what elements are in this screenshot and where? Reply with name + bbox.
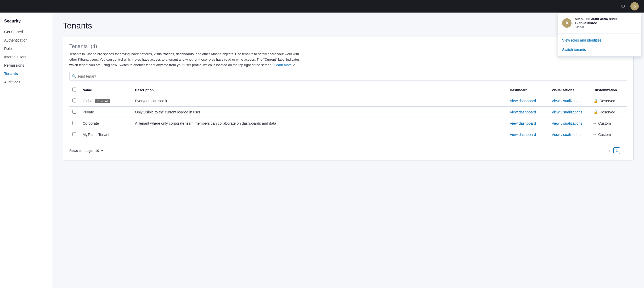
row-name: Corporate <box>83 121 99 125</box>
row-name: Global <box>83 99 93 103</box>
view-dashboard-link[interactable]: View dashboard <box>510 99 536 103</box>
lock-icon: 🔒 <box>594 110 598 114</box>
page-title: Tenants <box>63 21 634 31</box>
customization-type: Reserved <box>600 99 615 103</box>
row-checkbox[interactable] <box>72 99 76 102</box>
row-dashboard-cell: View dashboard <box>507 107 549 118</box>
external-link-icon: ↗ <box>293 64 295 67</box>
prev-page-button[interactable]: ‹ <box>607 147 612 154</box>
row-visualizations-cell: View visualizations <box>549 129 590 140</box>
sidebar-item-audit-logs[interactable]: Audit logs <box>0 78 52 86</box>
topnav: ⚙ b b b0cb9865-a600-4cd4-88d9-125b3e1f6a… <box>0 0 644 13</box>
pagination: Rows per page: 10 ▾ ‹ 1 › <box>69 144 627 154</box>
rows-chevron-icon: ▾ <box>101 149 103 153</box>
view-visualizations-link[interactable]: View visualizations <box>552 110 582 114</box>
customization-type: Reserved <box>600 110 615 114</box>
main-content: Tenants Tenants (4) Tenants in Kibana ar… <box>52 13 644 288</box>
view-dashboard-link[interactable]: View dashboard <box>510 121 536 125</box>
dropdown-links: View roles and identities Switch tenants <box>558 33 641 56</box>
sidebar-item-roles[interactable]: Roles <box>0 44 52 53</box>
table-head: Name Description Dashboard Visualization… <box>69 85 627 95</box>
row-customization-cell: ✏ Custom <box>590 129 627 140</box>
dropdown-avatar-label: b <box>566 21 568 25</box>
view-roles-link[interactable]: View roles and identities <box>558 36 641 45</box>
rows-per-page[interactable]: Rows per page: 10 ▾ <box>69 149 103 153</box>
customization-value: ✏ Custom <box>594 121 624 125</box>
row-name-cell: Corporate <box>80 118 132 129</box>
row-check-cell <box>69 95 80 107</box>
sidebar-item-internal-users[interactable]: Internal users <box>0 53 52 61</box>
card-count: (4) <box>91 43 97 49</box>
select-all-checkbox[interactable] <box>72 88 76 91</box>
header-name: Name <box>80 85 132 95</box>
customization-type: Custom <box>598 133 611 137</box>
search-input[interactable] <box>69 72 627 81</box>
row-customization-cell: ✏ Custom <box>590 118 627 129</box>
row-description: A Tenant where only corporate team membe… <box>135 121 276 125</box>
row-customization-cell: 🔒 Reserved <box>590 95 627 107</box>
layout: Security Get Started Authentication Role… <box>0 13 644 288</box>
row-check-cell <box>69 129 80 140</box>
customization-value: ✏ Custom <box>594 133 624 137</box>
view-dashboard-link[interactable]: View dashboard <box>510 110 536 114</box>
user-dropdown: b b0cb9865-a600-4cd4-88d9-125b3e1f6a22 G… <box>558 13 641 57</box>
rows-per-page-label: Rows per page: <box>69 149 93 153</box>
row-description: Only visible to the current logged in us… <box>135 110 200 114</box>
row-dashboard-cell: View dashboard <box>507 95 549 107</box>
row-name-cell: MyTeamsTenant <box>80 129 132 140</box>
tenants-card: Tenants (4) Tenants in Kibana are spaces… <box>63 37 634 160</box>
table-row: Private Only visible to the current logg… <box>69 107 627 118</box>
user-id: b0cb9865-a600-4cd4-88d9-125b3e1f6a22 <box>575 17 637 25</box>
header-visualizations: Visualizations <box>549 85 590 95</box>
switch-tenants-link[interactable]: Switch tenants <box>558 45 641 54</box>
row-customization-cell: 🔒 Reserved <box>590 107 627 118</box>
row-name: MyTeamsTenant <box>83 133 109 137</box>
row-dashboard-cell: View dashboard <box>507 118 549 129</box>
row-visualizations-cell: View visualizations <box>549 118 590 129</box>
page-1-button[interactable]: 1 <box>613 147 620 154</box>
tenants-table: Name Description Dashboard Visualization… <box>69 85 627 140</box>
user-dropdown-header: b b0cb9865-a600-4cd4-88d9-125b3e1f6a22 G… <box>558 13 641 33</box>
customization-value: 🔒 Reserved <box>594 110 624 114</box>
table-header-row: Name Description Dashboard Visualization… <box>69 85 627 95</box>
card-description-text: Tenants in Kibana are spaces for saving … <box>69 52 300 67</box>
pencil-icon: ✏ <box>594 121 597 125</box>
card-header: Tenants (4) Tenants in Kibana are spaces… <box>69 43 627 68</box>
lock-icon: 🔒 <box>594 99 598 103</box>
sidebar-item-authentication[interactable]: Authentication <box>0 36 52 44</box>
sidebar-item-permissions[interactable]: Permissions <box>0 61 52 70</box>
next-page-button[interactable]: › <box>621 147 627 154</box>
sidebar: Security Get Started Authentication Role… <box>0 13 52 288</box>
dropdown-avatar: b <box>562 18 572 28</box>
view-visualizations-link[interactable]: View visualizations <box>552 99 582 103</box>
row-checkbox[interactable] <box>72 110 76 114</box>
row-name: Private <box>83 110 94 114</box>
header-customization: Customization <box>590 85 627 95</box>
sidebar-item-get-started[interactable]: Get Started <box>0 28 52 36</box>
row-description-cell <box>132 129 507 140</box>
row-checkbox[interactable] <box>72 132 76 136</box>
sidebar-section-title: Security <box>0 19 52 28</box>
view-visualizations-link[interactable]: View visualizations <box>552 121 582 125</box>
settings-icon-button[interactable]: ⚙ <box>619 2 627 10</box>
user-info: b0cb9865-a600-4cd4-88d9-125b3e1f6a22 Glo… <box>575 17 637 29</box>
header-check <box>69 85 80 95</box>
search-container: 🔍 <box>69 72 627 81</box>
row-name-cell: GlobalCurrent <box>80 95 132 107</box>
sidebar-item-tenants[interactable]: Tenants <box>0 70 52 78</box>
card-title: Tenants (4) <box>69 43 305 49</box>
card-title-text: Tenants <box>69 43 88 49</box>
view-dashboard-link[interactable]: View dashboard <box>510 133 536 137</box>
learn-more-link[interactable]: Learn more <box>274 63 292 67</box>
row-check-cell <box>69 107 80 118</box>
table-body: GlobalCurrent Everyone can see it View d… <box>69 95 627 140</box>
avatar-label: b <box>634 4 636 8</box>
row-checkbox[interactable] <box>72 121 76 125</box>
row-dashboard-cell: View dashboard <box>507 129 549 140</box>
user-avatar-button[interactable]: b <box>630 2 639 10</box>
view-visualizations-link[interactable]: View visualizations <box>552 133 582 137</box>
header-description: Description <box>132 85 507 95</box>
pencil-icon: ✏ <box>594 133 597 137</box>
row-description-cell: Everyone can see it <box>132 95 507 107</box>
current-badge: Current <box>95 99 110 103</box>
